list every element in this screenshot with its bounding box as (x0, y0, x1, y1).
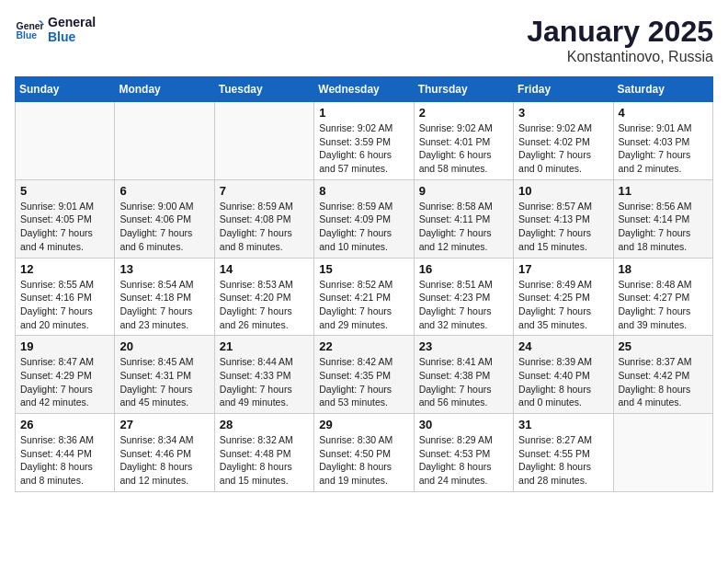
day-info: Sunrise: 8:30 AM Sunset: 4:50 PM Dayligh… (319, 433, 408, 488)
day-info: Sunrise: 8:32 AM Sunset: 4:48 PM Dayligh… (220, 433, 309, 488)
calendar-cell: 29Sunrise: 8:30 AM Sunset: 4:50 PM Dayli… (314, 414, 414, 492)
calendar-cell: 30Sunrise: 8:29 AM Sunset: 4:53 PM Dayli… (414, 414, 513, 492)
day-number: 9 (419, 184, 508, 198)
calendar-cell: 28Sunrise: 8:32 AM Sunset: 4:48 PM Dayli… (214, 414, 313, 492)
title-block: January 2025 Konstantinovo, Russia (527, 15, 713, 65)
weekday-header-friday: Friday (514, 77, 613, 102)
calendar-cell: 23Sunrise: 8:41 AM Sunset: 4:38 PM Dayli… (414, 336, 513, 414)
calendar-cell: 4Sunrise: 9:01 AM Sunset: 4:03 PM Daylig… (613, 102, 712, 180)
day-number: 19 (20, 339, 109, 353)
day-number: 16 (419, 262, 508, 276)
day-info: Sunrise: 8:54 AM Sunset: 4:18 PM Dayligh… (119, 278, 209, 332)
calendar-cell: 13Sunrise: 8:54 AM Sunset: 4:18 PM Dayli… (115, 258, 214, 336)
logo: General Blue General Blue (15, 15, 96, 44)
week-row-2: 5Sunrise: 9:01 AM Sunset: 4:05 PM Daylig… (16, 179, 713, 258)
weekday-header-tuesday: Tuesday (214, 77, 313, 102)
logo-line1: General (48, 15, 96, 29)
calendar-cell: 19Sunrise: 8:47 AM Sunset: 4:29 PM Dayli… (16, 336, 115, 414)
day-number: 8 (319, 184, 408, 198)
calendar-cell: 8Sunrise: 8:59 AM Sunset: 4:09 PM Daylig… (314, 179, 414, 258)
day-number: 15 (319, 262, 408, 276)
day-info: Sunrise: 8:27 AM Sunset: 4:55 PM Dayligh… (518, 433, 608, 488)
calendar-cell: 26Sunrise: 8:36 AM Sunset: 4:44 PM Dayli… (16, 414, 115, 492)
weekday-header-wednesday: Wednesday (314, 77, 414, 102)
day-number: 4 (619, 106, 708, 120)
day-number: 28 (220, 418, 309, 431)
calendar-cell: 27Sunrise: 8:34 AM Sunset: 4:46 PM Dayli… (115, 414, 214, 492)
day-info: Sunrise: 8:53 AM Sunset: 4:20 PM Dayligh… (220, 278, 309, 332)
day-info: Sunrise: 8:36 AM Sunset: 4:44 PM Dayligh… (20, 433, 109, 488)
svg-text:Blue: Blue (17, 30, 38, 40)
day-info: Sunrise: 9:00 AM Sunset: 4:06 PM Dayligh… (119, 200, 209, 254)
day-info: Sunrise: 8:29 AM Sunset: 4:53 PM Dayligh… (419, 433, 508, 488)
day-number: 26 (20, 418, 109, 431)
day-info: Sunrise: 8:56 AM Sunset: 4:14 PM Dayligh… (619, 200, 708, 254)
calendar-cell (214, 102, 313, 180)
day-number: 22 (319, 339, 408, 353)
week-row-1: 1Sunrise: 9:02 AM Sunset: 3:59 PM Daylig… (16, 102, 713, 180)
weekday-header-saturday: Saturday (613, 77, 712, 102)
day-number: 6 (119, 184, 209, 198)
day-info: Sunrise: 9:02 AM Sunset: 4:01 PM Dayligh… (419, 121, 508, 176)
day-info: Sunrise: 8:57 AM Sunset: 4:13 PM Dayligh… (518, 200, 608, 254)
day-number: 13 (119, 262, 209, 276)
calendar-cell: 25Sunrise: 8:37 AM Sunset: 4:42 PM Dayli… (613, 336, 712, 414)
calendar-cell: 24Sunrise: 8:39 AM Sunset: 4:40 PM Dayli… (514, 336, 613, 414)
day-number: 27 (119, 418, 209, 431)
page-header: General Blue General Blue January 2025 K… (15, 15, 713, 65)
calendar-cell: 16Sunrise: 8:51 AM Sunset: 4:23 PM Dayli… (414, 258, 513, 336)
svg-text:General: General (17, 21, 44, 31)
calendar-cell: 15Sunrise: 8:52 AM Sunset: 4:21 PM Dayli… (314, 258, 414, 336)
calendar-cell: 7Sunrise: 8:59 AM Sunset: 4:08 PM Daylig… (214, 179, 313, 258)
day-number: 31 (518, 418, 608, 431)
day-info: Sunrise: 9:01 AM Sunset: 4:05 PM Dayligh… (20, 200, 109, 254)
day-info: Sunrise: 8:49 AM Sunset: 4:25 PM Dayligh… (518, 278, 608, 332)
subtitle: Konstantinovo, Russia (527, 49, 713, 65)
day-info: Sunrise: 8:51 AM Sunset: 4:23 PM Dayligh… (419, 278, 508, 332)
day-info: Sunrise: 8:34 AM Sunset: 4:46 PM Dayligh… (119, 433, 209, 488)
main-title: January 2025 (527, 15, 713, 49)
day-info: Sunrise: 8:44 AM Sunset: 4:33 PM Dayligh… (220, 355, 309, 409)
day-number: 18 (619, 262, 708, 276)
day-number: 25 (619, 339, 708, 353)
day-number: 2 (419, 106, 508, 120)
calendar-cell: 20Sunrise: 8:45 AM Sunset: 4:31 PM Dayli… (115, 336, 214, 414)
calendar-cell: 17Sunrise: 8:49 AM Sunset: 4:25 PM Dayli… (514, 258, 613, 336)
week-row-4: 19Sunrise: 8:47 AM Sunset: 4:29 PM Dayli… (16, 336, 713, 414)
day-number: 3 (518, 106, 608, 120)
weekday-header-sunday: Sunday (16, 77, 115, 102)
day-number: 10 (518, 184, 608, 198)
calendar-cell: 9Sunrise: 8:58 AM Sunset: 4:11 PM Daylig… (414, 179, 513, 258)
weekday-header-monday: Monday (115, 77, 214, 102)
day-number: 7 (220, 184, 309, 198)
day-info: Sunrise: 8:45 AM Sunset: 4:31 PM Dayligh… (119, 355, 209, 409)
day-number: 20 (119, 339, 209, 353)
calendar-cell (613, 414, 712, 492)
calendar-cell: 11Sunrise: 8:56 AM Sunset: 4:14 PM Dayli… (613, 179, 712, 258)
day-info: Sunrise: 8:52 AM Sunset: 4:21 PM Dayligh… (319, 278, 408, 332)
calendar-cell: 5Sunrise: 9:01 AM Sunset: 4:05 PM Daylig… (16, 179, 115, 258)
day-number: 23 (419, 339, 508, 353)
day-info: Sunrise: 8:42 AM Sunset: 4:35 PM Dayligh… (319, 355, 408, 409)
day-number: 5 (20, 184, 109, 198)
calendar-cell (115, 102, 214, 180)
calendar-cell: 10Sunrise: 8:57 AM Sunset: 4:13 PM Dayli… (514, 179, 613, 258)
day-number: 14 (220, 262, 309, 276)
calendar-cell: 14Sunrise: 8:53 AM Sunset: 4:20 PM Dayli… (214, 258, 313, 336)
day-info: Sunrise: 8:58 AM Sunset: 4:11 PM Dayligh… (419, 200, 508, 254)
calendar-cell (16, 102, 115, 180)
calendar-cell: 1Sunrise: 9:02 AM Sunset: 3:59 PM Daylig… (314, 102, 414, 180)
day-number: 24 (518, 339, 608, 353)
day-number: 1 (319, 106, 408, 120)
day-number: 12 (20, 262, 109, 276)
calendar-cell: 31Sunrise: 8:27 AM Sunset: 4:55 PM Dayli… (514, 414, 613, 492)
day-info: Sunrise: 8:39 AM Sunset: 4:40 PM Dayligh… (518, 355, 608, 409)
logo-icon: General Blue (15, 15, 44, 44)
calendar-cell: 3Sunrise: 9:02 AM Sunset: 4:02 PM Daylig… (514, 102, 613, 180)
day-number: 30 (419, 418, 508, 431)
day-info: Sunrise: 8:59 AM Sunset: 4:08 PM Dayligh… (220, 200, 309, 254)
day-info: Sunrise: 8:59 AM Sunset: 4:09 PM Dayligh… (319, 200, 408, 254)
day-info: Sunrise: 8:47 AM Sunset: 4:29 PM Dayligh… (20, 355, 109, 409)
day-info: Sunrise: 9:01 AM Sunset: 4:03 PM Dayligh… (619, 121, 708, 176)
week-row-3: 12Sunrise: 8:55 AM Sunset: 4:16 PM Dayli… (16, 258, 713, 336)
